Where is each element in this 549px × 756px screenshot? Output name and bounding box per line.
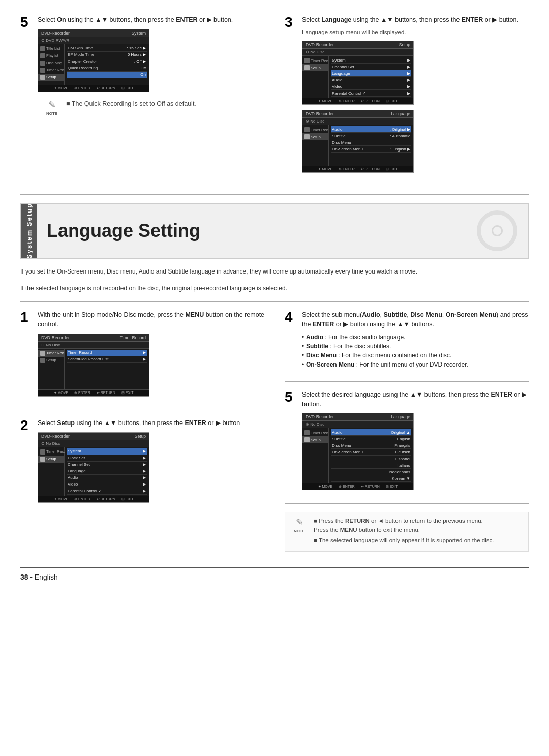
row-audio-s5r: AudioOriginal ▲ bbox=[331, 429, 411, 436]
content-step5r: AudioOriginal ▲ SubtitleEnglish Disc Men… bbox=[329, 428, 413, 483]
row-onscreen-lang: On-Screen Menu: English ▶ bbox=[331, 146, 411, 153]
bullet-onscreen: On-Screen Menu : For the unit menu of yo… bbox=[302, 360, 529, 369]
dvd-screen-step2: DVD-Recorder Setup ⊙ No Disc Timer Rec. … bbox=[38, 432, 149, 503]
nav-playlist: Playlist bbox=[38, 52, 64, 59]
description-para-2: If the selected language is not recorded… bbox=[20, 284, 529, 293]
nav-disc-manage: Disc Mng bbox=[38, 59, 64, 67]
disc-watermark bbox=[477, 210, 517, 251]
note-box-top: ✎ NOTE ■ The Quick Recording is set to O… bbox=[38, 96, 269, 119]
divider-4 bbox=[285, 381, 529, 382]
row-onscreen-s5r: On-Screen MenuDeutsch bbox=[331, 449, 411, 456]
page-number-area: 38 - English bbox=[20, 573, 529, 581]
page-language: - bbox=[30, 573, 35, 581]
disc-step2: ⊙ No Disc bbox=[38, 440, 149, 447]
sidebar-step5r: Timer Rec. Setup bbox=[302, 428, 329, 483]
row-subtitle-lang: Subtitle: Automatic bbox=[331, 133, 411, 139]
row-parental-s2: Parental Control ✓▶ bbox=[67, 488, 147, 495]
content-area-lang: Audio: Original ▶ Subtitle: Automatic Di… bbox=[329, 125, 413, 166]
row-system-s2: System▶ bbox=[67, 448, 147, 455]
footer-move: ✦ MOVE bbox=[54, 86, 69, 90]
step-2-text: Select Setup using the ▲▼ buttons, then … bbox=[38, 418, 269, 428]
step-5-right: 5 Select the desired language using the … bbox=[285, 390, 529, 495]
step-2-content: Select Setup using the ▲▼ buttons, then … bbox=[38, 418, 269, 507]
screen-body-lang: Timer Rec Setup Audio: Original ▶ Subtit… bbox=[302, 125, 413, 166]
step-4-text: Select the sub menu(Audio, Subtitle, Dis… bbox=[302, 310, 529, 329]
step-5-top: 5 Select On using the ▲▼ buttons, then p… bbox=[20, 15, 269, 125]
nav-timer-s5r: Timer Rec. bbox=[302, 429, 328, 436]
content-area-setup: System▶ Channel Set▶ Language▶ Audio▶ Vi… bbox=[329, 56, 413, 98]
note-pencil-icon: ✎ bbox=[48, 99, 56, 110]
row-parental: Parental Control ✓▶ bbox=[331, 90, 411, 97]
nav-timer-s1: Timer Rec. bbox=[38, 350, 64, 357]
screen-header-step2: DVD-Recorder Setup bbox=[38, 433, 149, 440]
screen-body-setup: Timer Rec Setup System▶ Channel Set▶ Lan… bbox=[302, 56, 413, 98]
nav-timer-setup: Timer Rec bbox=[302, 57, 328, 64]
disc-label: ⊙ DVD-RW/VR bbox=[38, 37, 149, 44]
row-subtitle-s5r: SubtitleEnglish bbox=[331, 436, 411, 442]
row-audio-lang: Audio: Original ▶ bbox=[331, 126, 411, 133]
side-tab: System Setup bbox=[21, 204, 37, 258]
nav-setup-lang: Setup bbox=[302, 133, 328, 140]
page-language-text: English bbox=[35, 573, 58, 581]
row-language-s2: Language▶ bbox=[67, 468, 147, 475]
step-number-5-right: 5 bbox=[285, 390, 297, 495]
step-3-text: Select Language using the ▲▼ buttons, th… bbox=[302, 15, 529, 25]
step-number-4: 4 bbox=[285, 310, 297, 372]
dvd-screen-step3-lang: DVD-Recorder Language ⊙ No Disc Timer Re… bbox=[302, 110, 414, 173]
nav-setup: Setup bbox=[38, 74, 64, 81]
menu-row-chapter: Chapter Creator: Off ▶ bbox=[67, 58, 147, 65]
dvd-screen-step3-setup: DVD-Recorder Setup ⊙ No Disc Timer Rec S… bbox=[302, 41, 414, 105]
screen-body: Title List Playlist Disc Mng Timer Rec S… bbox=[38, 44, 149, 85]
dvd-screen-step5-top: DVD-Recorder System ⊙ DVD-RW/VR Title Li… bbox=[38, 29, 149, 92]
row-timer-record: Timer Record▶ bbox=[67, 350, 147, 356]
screen-body-step5r: Timer Rec. Setup AudioOriginal ▲ Subtitl… bbox=[302, 428, 413, 483]
note-label: NOTE bbox=[46, 111, 57, 116]
bullet-disc-menu: Disc Menu : For the disc menu contained … bbox=[302, 351, 529, 360]
banner-title: Language Setting bbox=[47, 220, 200, 241]
step-number-2: 2 bbox=[20, 418, 33, 507]
step-2: 2 Select Setup using the ▲▼ buttons, the… bbox=[20, 418, 269, 507]
step-1: 1 With the unit in Stop mode/No Disc mod… bbox=[20, 310, 269, 401]
disc-step5r: ⊙ No Disc bbox=[302, 421, 413, 428]
screen-header-lang: DVD-Recorder Language bbox=[302, 110, 413, 118]
content-area: CM Skip Time: 15 Sec ▶ EP Mode Time: 6 H… bbox=[65, 44, 149, 85]
divider-1 bbox=[20, 194, 529, 195]
row-video-s2: Video▶ bbox=[67, 481, 147, 488]
screen-body-step1: Timer Rec. Setup Timer Record▶ Scheduled… bbox=[38, 349, 149, 389]
screen-footer-step5r: ✦ MOVE ⊕ ENTER ↩ RETURN ⊟ EXIT bbox=[302, 483, 413, 490]
nav-timer-s2: Timer Rec. bbox=[38, 448, 64, 456]
main-content: 1 With the unit in Stop mode/No Disc mod… bbox=[20, 310, 529, 557]
row-video: Video▶ bbox=[331, 83, 411, 90]
note-content-top: ■ The Quick Recording is set to Off as d… bbox=[66, 99, 196, 116]
banner-content: Language Setting bbox=[37, 204, 528, 258]
row-korean: Korean ▼ bbox=[331, 475, 411, 482]
menu-row-on: On bbox=[67, 72, 147, 78]
row-language-hl: Language▶ bbox=[331, 70, 411, 77]
footer-return: ↩ RETURN bbox=[97, 86, 115, 90]
top-right-col: 3 Select Language using the ▲▼ buttons, … bbox=[285, 15, 529, 186]
top-left-col: 5 Select On using the ▲▼ buttons, then p… bbox=[20, 15, 269, 186]
content-step1: Timer Record▶ Scheduled Record List▶ bbox=[65, 349, 149, 389]
right-column: 4 Select the sub menu(Audio, Subtitle, D… bbox=[285, 310, 529, 557]
bottom-note-pencil-icon: ✎ bbox=[296, 517, 303, 528]
screen-header-step5r: DVD-Recorder Language bbox=[302, 413, 413, 421]
screen-footer-step2: ✦ MOVE ⊕ ENTER ↩ RETURN ⊟ EXIT bbox=[38, 496, 149, 502]
bottom-divider bbox=[20, 567, 529, 568]
row-audio-s2: Audio▶ bbox=[67, 475, 147, 481]
nav-timer-lang: Timer Rec bbox=[302, 126, 328, 133]
bottom-note-content: ■ Press the RETURN or ◄ button to return… bbox=[314, 517, 494, 547]
divider-3 bbox=[20, 410, 269, 410]
footer-enter: ⊕ ENTER bbox=[74, 86, 90, 90]
step-5-right-content: Select the desired language using the ▲▼… bbox=[302, 390, 529, 495]
note-icon-area: ✎ NOTE bbox=[42, 99, 62, 116]
row-channel-s2: Channel Set▶ bbox=[67, 462, 147, 468]
bottom-note-icon-area: ✎ NOTE bbox=[289, 517, 310, 547]
row-scheduled: Scheduled Record List▶ bbox=[67, 356, 147, 363]
bullet-audio: Audio : For the disc audio language. bbox=[302, 332, 529, 342]
disc-label-lang: ⊙ No Disc bbox=[302, 118, 413, 125]
row-nederlands: Nederlands bbox=[331, 469, 411, 475]
step-4-content: Select the sub menu(Audio, Subtitle, Dis… bbox=[302, 310, 529, 372]
screen-footer-step1: ✦ MOVE ⊕ ENTER ↩ RETURN ⊟ EXIT bbox=[38, 389, 149, 396]
screen-section: System bbox=[132, 31, 146, 36]
bottom-note-p2: ■ The selected language will only appear… bbox=[314, 536, 494, 545]
